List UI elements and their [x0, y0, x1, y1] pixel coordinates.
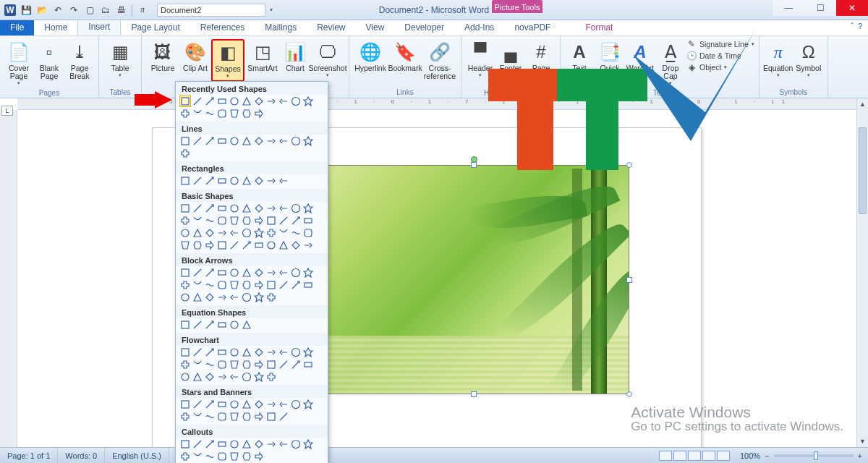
- minimize-button[interactable]: —: [773, 0, 804, 16]
- shape-option[interactable]: [180, 176, 190, 186]
- shape-option[interactable]: [180, 439, 190, 449]
- shape-option[interactable]: [192, 216, 203, 226]
- shape-option[interactable]: [278, 216, 289, 226]
- shape-option[interactable]: [254, 451, 264, 462]
- shape-option[interactable]: [217, 292, 227, 302]
- inserted-picture[interactable]: [318, 165, 629, 394]
- shape-option[interactable]: [278, 240, 289, 250]
- shape-option[interactable]: [242, 320, 252, 330]
- bookmark-button[interactable]: 🔖Bookmark: [388, 39, 422, 75]
- maximize-button[interactable]: ☐: [804, 0, 836, 16]
- symbol-button[interactable]: ΩSymbol▾: [794, 39, 823, 80]
- shape-option[interactable]: [217, 203, 227, 213]
- shape-option[interactable]: [291, 347, 301, 357]
- shape-option[interactable]: [254, 240, 264, 250]
- shape-option[interactable]: [291, 399, 301, 409]
- shape-option[interactable]: [180, 360, 190, 370]
- shape-option[interactable]: [242, 240, 252, 250]
- shape-option[interactable]: [242, 176, 252, 186]
- shape-option[interactable]: [217, 412, 227, 422]
- shape-option[interactable]: [217, 347, 227, 357]
- shape-option[interactable]: [229, 109, 239, 119]
- shape-option[interactable]: [192, 412, 203, 422]
- view-draft[interactable]: [717, 451, 730, 461]
- save-icon[interactable]: 💾: [20, 4, 32, 16]
- tab-home[interactable]: Home: [34, 20, 77, 35]
- picture-button[interactable]: 🖼Picture: [146, 39, 179, 75]
- clipart-button[interactable]: 🎨Clip Art: [181, 39, 210, 75]
- shape-option[interactable]: [278, 203, 289, 213]
- equation-pi-icon[interactable]: π: [137, 4, 148, 16]
- shape-option[interactable]: [229, 347, 239, 357]
- shape-option[interactable]: [278, 136, 289, 146]
- shape-option[interactable]: [192, 96, 203, 106]
- shape-option[interactable]: [291, 268, 301, 278]
- shape-option[interactable]: [180, 136, 190, 146]
- shape-option[interactable]: [254, 399, 264, 409]
- shape-option[interactable]: [192, 439, 203, 449]
- shape-option[interactable]: [217, 399, 227, 409]
- shape-option[interactable]: [205, 96, 215, 106]
- shape-option[interactable]: [180, 203, 190, 213]
- shape-option[interactable]: [205, 240, 215, 250]
- page-break-button[interactable]: ⤓Page Break: [65, 39, 94, 82]
- shape-option[interactable]: [192, 347, 203, 357]
- zoom-out-button[interactable]: −: [765, 451, 769, 460]
- shape-option[interactable]: [229, 320, 239, 330]
- status-language[interactable]: English (U.S.): [105, 448, 169, 463]
- shape-option[interactable]: [266, 347, 276, 357]
- shape-option[interactable]: [254, 372, 264, 382]
- view-outline[interactable]: [702, 451, 715, 461]
- shape-option[interactable]: [266, 268, 276, 278]
- shape-option[interactable]: [254, 268, 264, 278]
- table-button[interactable]: ▦Table▾: [103, 39, 137, 80]
- shape-option[interactable]: [303, 216, 313, 226]
- shape-option[interactable]: [291, 136, 301, 146]
- shape-option[interactable]: [242, 136, 252, 146]
- shape-option[interactable]: [229, 399, 239, 409]
- scroll-down-icon[interactable]: ▼: [857, 436, 868, 447]
- shape-option[interactable]: [180, 148, 190, 158]
- shape-option[interactable]: [205, 268, 215, 278]
- resize-handle-s[interactable]: [471, 391, 477, 397]
- shape-option[interactable]: [229, 439, 239, 449]
- shape-option[interactable]: [229, 372, 239, 382]
- shape-option[interactable]: [205, 136, 215, 146]
- shape-option[interactable]: [229, 228, 239, 238]
- shape-option[interactable]: [291, 360, 301, 370]
- shape-option[interactable]: [180, 372, 190, 382]
- view-print-layout[interactable]: [659, 451, 672, 461]
- shape-option[interactable]: [217, 136, 227, 146]
- shape-option[interactable]: [205, 292, 215, 302]
- shape-option[interactable]: [278, 439, 289, 449]
- shape-option[interactable]: [266, 372, 276, 382]
- shape-option[interactable]: [291, 203, 301, 213]
- shape-option[interactable]: [229, 360, 239, 370]
- shape-option[interactable]: [192, 176, 203, 186]
- shape-option[interactable]: [278, 360, 289, 370]
- shape-option[interactable]: [254, 292, 264, 302]
- shape-option[interactable]: [192, 240, 203, 250]
- resize-handle-n[interactable]: [471, 162, 477, 168]
- tab-mailings[interactable]: Mailings: [255, 20, 307, 35]
- shape-option[interactable]: [205, 439, 215, 449]
- shape-option[interactable]: [180, 412, 190, 422]
- shape-option[interactable]: [303, 439, 313, 449]
- shape-option[interactable]: [180, 292, 190, 302]
- shape-option[interactable]: [303, 136, 313, 146]
- shape-option[interactable]: [242, 451, 252, 462]
- shape-option[interactable]: [180, 320, 190, 330]
- shape-option[interactable]: [217, 228, 227, 238]
- shape-option[interactable]: [192, 280, 203, 290]
- view-fullscreen[interactable]: [673, 451, 686, 461]
- shape-option[interactable]: [205, 451, 215, 462]
- shape-option[interactable]: [205, 228, 215, 238]
- shape-option[interactable]: [229, 203, 239, 213]
- shape-option[interactable]: [266, 399, 276, 409]
- shape-option[interactable]: [291, 240, 301, 250]
- shape-option[interactable]: [192, 292, 203, 302]
- print-icon[interactable]: 🖶: [116, 4, 127, 16]
- shape-option[interactable]: [192, 372, 203, 382]
- shape-option[interactable]: [180, 268, 190, 278]
- shape-option[interactable]: [217, 360, 227, 370]
